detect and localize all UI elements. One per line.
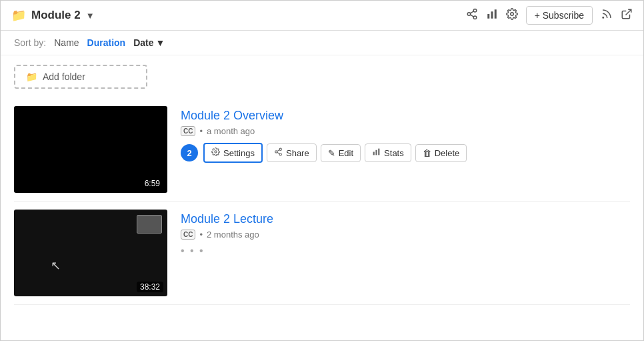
external-link-icon[interactable] [621,8,633,23]
header: 📁 Module 2 ▼ + Subscribe [1,1,643,31]
stats-button-1[interactable]: Stats [365,143,411,162]
edit-btn-icon-1: ✎ [328,148,335,158]
svg-rect-5 [487,14,489,19]
sort-arrow-icon: ▼ [156,37,165,48]
stats-icon[interactable] [486,8,498,23]
settings-button-1[interactable]: Settings [203,143,263,163]
share-button-1[interactable]: Share [267,143,317,162]
svg-rect-6 [491,11,493,19]
video-info-2: Module 2 Lecture CC • 2 months ago • • • [181,210,630,257]
bullet-1: • [199,126,203,136]
svg-rect-18 [376,150,377,155]
svg-line-10 [626,9,631,15]
settings-icon[interactable] [506,8,518,23]
svg-point-11 [215,151,217,153]
add-folder-icon: 📁 [26,71,37,82]
folder-icon: 📁 [11,8,26,23]
header-left: 📁 Module 2 ▼ [11,8,95,23]
sort-by-date[interactable]: Date ▼ [133,37,165,48]
video-age-2: 2 months ago [207,230,259,240]
module-title: Module 2 [31,9,81,22]
share-btn-icon-1 [274,147,283,158]
video-age-1: a month ago [207,126,255,136]
module-dropdown[interactable]: ▼ [86,11,95,21]
edit-btn-label-1: Edit [339,148,353,158]
delete-btn-label-1: Delete [435,148,460,158]
video-title-2[interactable]: Module 2 Lecture [181,212,273,226]
delete-button-1[interactable]: 🗑 Delete [415,144,467,162]
badge-number-1: 2 [181,144,198,161]
add-folder-label: Add folder [43,71,85,82]
svg-line-4 [470,11,473,13]
delete-btn-icon-1: 🗑 [423,148,431,158]
video-meta-1: CC • a month ago [181,126,630,136]
duration-badge-1: 6:59 [141,178,163,189]
share-btn-label-1: Share [286,148,309,158]
sort-by-label: Sort by: [14,37,46,48]
sort-by-duration[interactable]: Duration [87,37,126,48]
thumbnail-2[interactable]: ↖ 38:32 [14,210,167,296]
svg-rect-17 [373,152,375,155]
add-folder-area: 📁 Add folder [1,55,643,98]
video-ellipsis-2: • • • [181,245,630,257]
svg-rect-19 [378,149,379,155]
settings-btn-icon-1 [211,147,220,158]
cc-badge-2: CC [181,230,195,240]
sort-bar: Sort by: Name Duration Date ▼ [1,31,643,55]
settings-btn-label-1: Settings [223,148,255,158]
video-item-2: ↖ 38:32 Module 2 Lecture CC • 2 months a… [14,202,630,305]
video-title-1[interactable]: Module 2 Overview [181,109,283,122]
action-buttons-1: 2 Settings [181,143,630,163]
videos-list: 6:59 Module 2 Overview CC • a month ago … [1,98,643,305]
svg-line-3 [470,15,473,17]
bullet-2: • [199,230,203,240]
duration-badge-2: 38:32 [137,282,163,292]
edit-button-1[interactable]: ✎ Edit [321,144,361,162]
header-right: + Subscribe [466,6,633,25]
svg-line-15 [277,152,280,153]
video-info-1: Module 2 Overview CC • a month ago 2 Set… [181,106,630,163]
svg-point-8 [510,12,513,15]
add-folder-button[interactable]: 📁 Add folder [14,65,147,89]
stats-btn-label-1: Stats [384,148,404,158]
svg-line-16 [277,150,280,151]
thumbnail-1[interactable]: 6:59 [14,106,167,193]
video-item-1: 6:59 Module 2 Overview CC • a month ago … [14,98,630,202]
rss-icon[interactable] [601,8,613,23]
cc-badge-1: CC [181,126,195,136]
subscribe-button[interactable]: + Subscribe [526,6,593,25]
sort-by-name[interactable]: Name [54,37,79,48]
stats-btn-icon-1 [372,147,381,158]
share-icon[interactable] [466,8,478,23]
video-meta-2: CC • 2 months ago [181,230,630,240]
svg-point-9 [603,17,604,18]
svg-rect-7 [494,9,496,19]
